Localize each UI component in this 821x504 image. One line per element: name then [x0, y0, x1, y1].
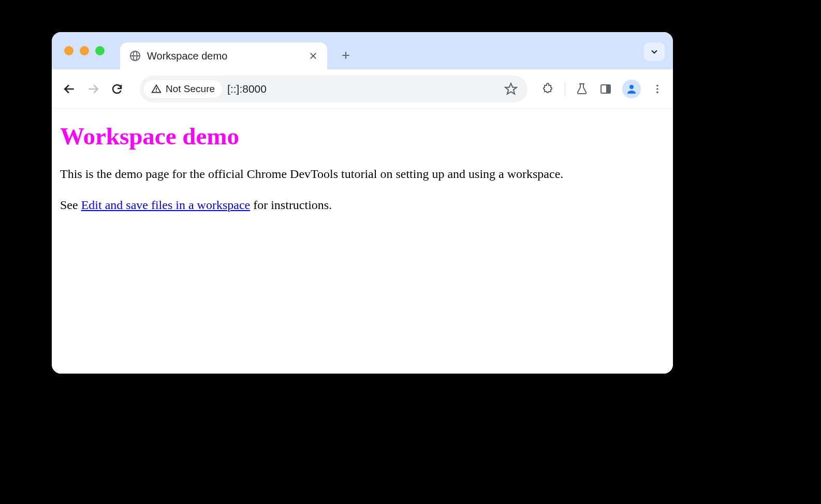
- tab-title: Workspace demo: [147, 50, 302, 62]
- url-text: [::]:8000: [227, 83, 496, 95]
- toolbar-actions: [541, 80, 665, 98]
- tab-strip: Workspace demo: [52, 32, 673, 69]
- page-paragraph-2: See Edit and save files in a workspace f…: [60, 197, 665, 214]
- security-chip[interactable]: Not Secure: [144, 80, 222, 98]
- toolbar-divider: [565, 82, 565, 96]
- security-label: Not Secure: [166, 83, 215, 95]
- svg-point-19: [656, 91, 658, 93]
- svg-point-18: [656, 88, 658, 90]
- extensions-button[interactable]: [541, 82, 555, 96]
- window-maximize-button[interactable]: [95, 46, 105, 55]
- browser-tab[interactable]: Workspace demo: [120, 42, 327, 69]
- browser-window: Workspace demo Not Secure: [52, 32, 673, 374]
- reload-button[interactable]: [108, 80, 126, 98]
- window-close-button[interactable]: [64, 46, 74, 55]
- bookmark-button[interactable]: [502, 80, 520, 98]
- svg-rect-15: [606, 85, 610, 93]
- globe-icon: [129, 50, 141, 62]
- forward-button[interactable]: [84, 80, 102, 98]
- close-icon[interactable]: [309, 51, 318, 61]
- window-minimize-button[interactable]: [80, 46, 89, 55]
- labs-button[interactable]: [575, 82, 589, 96]
- browser-toolbar: Not Secure [::]:8000: [52, 69, 673, 109]
- window-controls: [64, 46, 105, 55]
- svg-point-11: [156, 91, 157, 92]
- tutorial-link[interactable]: Edit and save files in a workspace: [81, 198, 251, 212]
- back-button[interactable]: [60, 80, 79, 98]
- svg-point-17: [656, 84, 658, 86]
- svg-marker-12: [505, 83, 517, 94]
- page-heading: Workspace demo: [60, 122, 665, 150]
- search-tabs-button[interactable]: [644, 42, 665, 61]
- new-tab-button[interactable]: [338, 47, 354, 64]
- paragraph-suffix: for instructions.: [250, 198, 332, 212]
- profile-button[interactable]: [622, 80, 641, 98]
- menu-button[interactable]: [650, 82, 665, 96]
- page-paragraph-1: This is the demo page for the official C…: [60, 166, 665, 183]
- address-bar[interactable]: Not Secure [::]:8000: [140, 76, 527, 102]
- svg-point-16: [629, 85, 634, 89]
- paragraph-prefix: See: [60, 198, 81, 212]
- page-content: Workspace demo This is the demo page for…: [52, 109, 673, 374]
- side-panel-button[interactable]: [598, 82, 613, 96]
- warning-icon: [151, 84, 162, 94]
